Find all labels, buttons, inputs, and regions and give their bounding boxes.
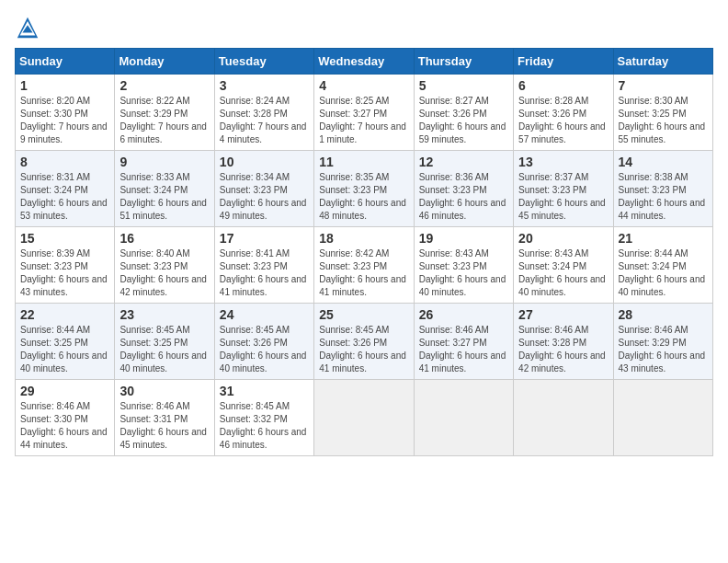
day-number: 24: [220, 307, 309, 322]
day-number: 2: [119, 78, 209, 93]
day-info: Sunrise: 8:45 AMSunset: 3:26 PMDaylight:…: [319, 325, 406, 373]
day-number: 27: [518, 307, 608, 322]
day-info: Sunrise: 8:24 AMSunset: 3:28 PMDaylight:…: [220, 96, 307, 144]
day-info: Sunrise: 8:46 AMSunset: 3:31 PMDaylight:…: [119, 401, 207, 450]
day-cell: 10 Sunrise: 8:34 AMSunset: 3:23 PMDaylig…: [214, 151, 313, 227]
day-info: Sunrise: 8:38 AMSunset: 3:23 PMDaylight:…: [619, 172, 706, 221]
day-cell: [414, 380, 513, 456]
day-number: 31: [220, 384, 309, 398]
day-cell: 8 Sunrise: 8:31 AMSunset: 3:24 PMDayligh…: [16, 151, 115, 227]
day-cell: 7 Sunrise: 8:30 AMSunset: 3:25 PMDayligh…: [613, 75, 712, 151]
weekday-header-row: SundayMondayTuesdayWednesdayThursdayFrid…: [16, 49, 713, 75]
day-cell: [514, 380, 613, 456]
day-cell: 9 Sunrise: 8:33 AMSunset: 3:24 PMDayligh…: [115, 151, 214, 227]
day-cell: 14 Sunrise: 8:38 AMSunset: 3:23 PMDaylig…: [613, 151, 712, 227]
day-cell: 15 Sunrise: 8:39 AMSunset: 3:23 PMDaylig…: [16, 227, 115, 304]
day-cell: 20 Sunrise: 8:43 AMSunset: 3:24 PMDaylig…: [514, 227, 613, 304]
day-cell: 24 Sunrise: 8:45 AMSunset: 3:26 PMDaylig…: [214, 304, 313, 380]
day-info: Sunrise: 8:40 AMSunset: 3:23 PMDaylight:…: [119, 248, 207, 297]
day-info: Sunrise: 8:28 AMSunset: 3:26 PMDaylight:…: [518, 96, 606, 144]
day-cell: 29 Sunrise: 8:46 AMSunset: 3:30 PMDaylig…: [16, 380, 115, 456]
day-number: 8: [20, 155, 109, 169]
day-info: Sunrise: 8:46 AMSunset: 3:29 PMDaylight:…: [619, 325, 706, 373]
day-number: 23: [119, 307, 209, 322]
day-info: Sunrise: 8:46 AMSunset: 3:28 PMDaylight:…: [518, 325, 606, 373]
day-number: 9: [119, 155, 209, 169]
day-number: 11: [319, 155, 408, 169]
logo: [15, 15, 44, 40]
day-info: Sunrise: 8:22 AMSunset: 3:29 PMDaylight:…: [119, 96, 207, 144]
day-number: 28: [619, 307, 708, 322]
day-cell: 17 Sunrise: 8:41 AMSunset: 3:23 PMDaylig…: [214, 227, 313, 304]
day-cell: 11 Sunrise: 8:35 AMSunset: 3:23 PMDaylig…: [314, 151, 414, 227]
day-info: Sunrise: 8:37 AMSunset: 3:23 PMDaylight:…: [518, 172, 606, 221]
day-number: 17: [220, 231, 309, 246]
day-number: 19: [419, 231, 508, 246]
weekday-header-saturday: Saturday: [613, 49, 712, 75]
day-info: Sunrise: 8:33 AMSunset: 3:24 PMDaylight:…: [119, 172, 207, 221]
day-cell: 12 Sunrise: 8:36 AMSunset: 3:23 PMDaylig…: [414, 151, 513, 227]
day-info: Sunrise: 8:35 AMSunset: 3:23 PMDaylight:…: [319, 172, 406, 221]
day-number: 6: [518, 78, 608, 93]
day-cell: 4 Sunrise: 8:25 AMSunset: 3:27 PMDayligh…: [314, 75, 414, 151]
day-cell: 2 Sunrise: 8:22 AMSunset: 3:29 PMDayligh…: [115, 75, 214, 151]
day-info: Sunrise: 8:43 AMSunset: 3:23 PMDaylight:…: [419, 248, 506, 297]
day-cell: 13 Sunrise: 8:37 AMSunset: 3:23 PMDaylig…: [514, 151, 613, 227]
day-cell: [314, 380, 414, 456]
day-number: 5: [419, 78, 508, 93]
weekday-header-sunday: Sunday: [16, 49, 115, 75]
day-number: 21: [619, 231, 708, 246]
week-row-5: 29 Sunrise: 8:46 AMSunset: 3:30 PMDaylig…: [16, 380, 713, 456]
day-info: Sunrise: 8:20 AMSunset: 3:30 PMDaylight:…: [20, 96, 108, 144]
day-cell: [613, 380, 712, 456]
day-info: Sunrise: 8:31 AMSunset: 3:24 PMDaylight:…: [20, 172, 108, 221]
day-info: Sunrise: 8:41 AMSunset: 3:23 PMDaylight:…: [220, 248, 307, 297]
day-number: 4: [319, 78, 408, 93]
week-row-3: 15 Sunrise: 8:39 AMSunset: 3:23 PMDaylig…: [16, 227, 713, 304]
day-cell: 30 Sunrise: 8:46 AMSunset: 3:31 PMDaylig…: [115, 380, 214, 456]
day-number: 1: [20, 78, 109, 93]
day-cell: 19 Sunrise: 8:43 AMSunset: 3:23 PMDaylig…: [414, 227, 513, 304]
day-info: Sunrise: 8:30 AMSunset: 3:25 PMDaylight:…: [619, 96, 706, 144]
day-info: Sunrise: 8:44 AMSunset: 3:25 PMDaylight:…: [20, 325, 108, 373]
day-info: Sunrise: 8:25 AMSunset: 3:27 PMDaylight:…: [319, 96, 406, 144]
day-info: Sunrise: 8:39 AMSunset: 3:23 PMDaylight:…: [20, 248, 108, 297]
day-cell: 31 Sunrise: 8:45 AMSunset: 3:32 PMDaylig…: [214, 380, 313, 456]
day-info: Sunrise: 8:45 AMSunset: 3:32 PMDaylight:…: [220, 401, 307, 450]
day-number: 13: [518, 155, 608, 169]
page-header: [15, 15, 713, 40]
day-cell: 27 Sunrise: 8:46 AMSunset: 3:28 PMDaylig…: [514, 304, 613, 380]
day-cell: 16 Sunrise: 8:40 AMSunset: 3:23 PMDaylig…: [115, 227, 214, 304]
calendar-table: SundayMondayTuesdayWednesdayThursdayFrid…: [15, 48, 713, 456]
day-info: Sunrise: 8:45 AMSunset: 3:25 PMDaylight:…: [119, 325, 207, 373]
day-cell: 28 Sunrise: 8:46 AMSunset: 3:29 PMDaylig…: [613, 304, 712, 380]
day-cell: 3 Sunrise: 8:24 AMSunset: 3:28 PMDayligh…: [214, 75, 313, 151]
day-number: 14: [619, 155, 708, 169]
day-number: 10: [220, 155, 309, 169]
day-number: 15: [20, 231, 109, 246]
day-number: 25: [319, 307, 408, 322]
day-number: 29: [20, 384, 109, 398]
day-number: 30: [119, 384, 209, 398]
day-cell: 1 Sunrise: 8:20 AMSunset: 3:30 PMDayligh…: [16, 75, 115, 151]
day-number: 16: [119, 231, 209, 246]
day-info: Sunrise: 8:43 AMSunset: 3:24 PMDaylight:…: [518, 248, 606, 297]
day-cell: 21 Sunrise: 8:44 AMSunset: 3:24 PMDaylig…: [613, 227, 712, 304]
day-number: 20: [518, 231, 608, 246]
day-info: Sunrise: 8:44 AMSunset: 3:24 PMDaylight:…: [619, 248, 706, 297]
week-row-1: 1 Sunrise: 8:20 AMSunset: 3:30 PMDayligh…: [16, 75, 713, 151]
day-cell: 23 Sunrise: 8:45 AMSunset: 3:25 PMDaylig…: [115, 304, 214, 380]
day-cell: 22 Sunrise: 8:44 AMSunset: 3:25 PMDaylig…: [16, 304, 115, 380]
day-cell: 6 Sunrise: 8:28 AMSunset: 3:26 PMDayligh…: [514, 75, 613, 151]
day-number: 22: [20, 307, 109, 322]
weekday-header-monday: Monday: [115, 49, 214, 75]
week-row-4: 22 Sunrise: 8:44 AMSunset: 3:25 PMDaylig…: [16, 304, 713, 380]
day-info: Sunrise: 8:45 AMSunset: 3:26 PMDaylight:…: [220, 325, 307, 373]
day-number: 12: [419, 155, 508, 169]
weekday-header-friday: Friday: [514, 49, 613, 75]
day-number: 26: [419, 307, 508, 322]
day-info: Sunrise: 8:46 AMSunset: 3:30 PMDaylight:…: [20, 401, 108, 450]
day-number: 3: [220, 78, 309, 93]
weekday-header-tuesday: Tuesday: [214, 49, 313, 75]
week-row-2: 8 Sunrise: 8:31 AMSunset: 3:24 PMDayligh…: [16, 151, 713, 227]
